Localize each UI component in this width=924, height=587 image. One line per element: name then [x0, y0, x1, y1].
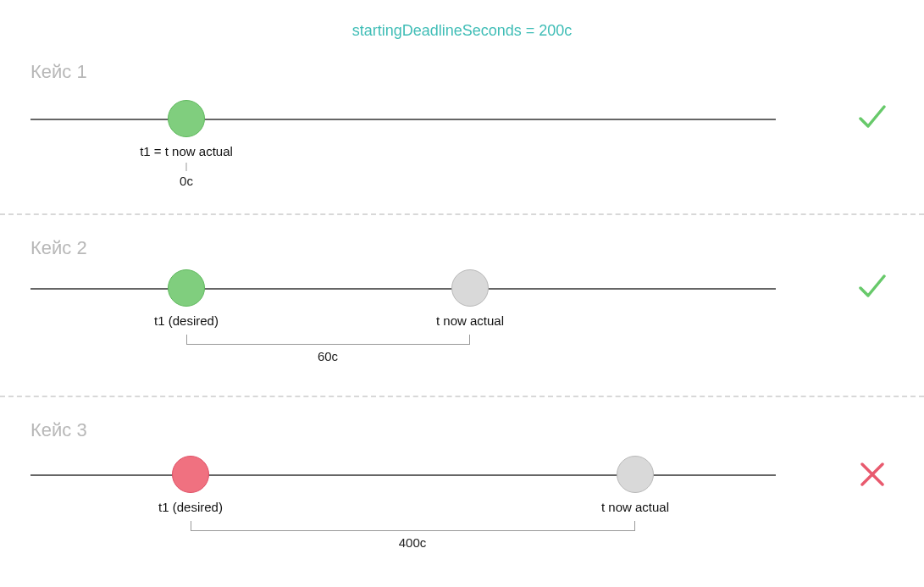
- case3-timeline: [30, 474, 776, 476]
- checkmark-icon: [855, 269, 889, 303]
- case1-duration: 0c: [180, 174, 193, 188]
- diagram-title: startingDeadlineSeconds = 200c: [0, 22, 924, 40]
- cross-icon: [855, 457, 889, 491]
- case1-tick: [186, 163, 187, 171]
- case3-t1-dot: [172, 456, 209, 493]
- case2-t1-label: t1 (desired): [154, 313, 219, 328]
- case1-timeline: [30, 119, 776, 120]
- checkmark-icon: [855, 100, 889, 134]
- case1-label: Кейс 1: [30, 61, 87, 83]
- case2-tnow-dot: [451, 269, 489, 307]
- case3-t1-label: t1 (desired): [158, 500, 223, 514]
- case2-bracket: [186, 335, 470, 345]
- case3-tnow-dot: [617, 456, 654, 493]
- case2-t1-dot: [168, 269, 205, 307]
- case1-t1-dot: [168, 100, 205, 137]
- case1-t1-label: t1 = t now actual: [140, 144, 233, 158]
- case2-duration: 60c: [318, 349, 338, 363]
- divider-2: [0, 396, 924, 397]
- case3-tnow-label: t now actual: [601, 500, 669, 514]
- case2-tnow-label: t now actual: [436, 313, 504, 328]
- case3-bracket: [191, 521, 635, 531]
- case3-duration: 400c: [399, 535, 427, 550]
- case3-label: Кейс 3: [30, 419, 87, 441]
- divider-1: [0, 213, 924, 215]
- case2-label: Кейс 2: [30, 237, 87, 259]
- case2-timeline: [30, 288, 776, 290]
